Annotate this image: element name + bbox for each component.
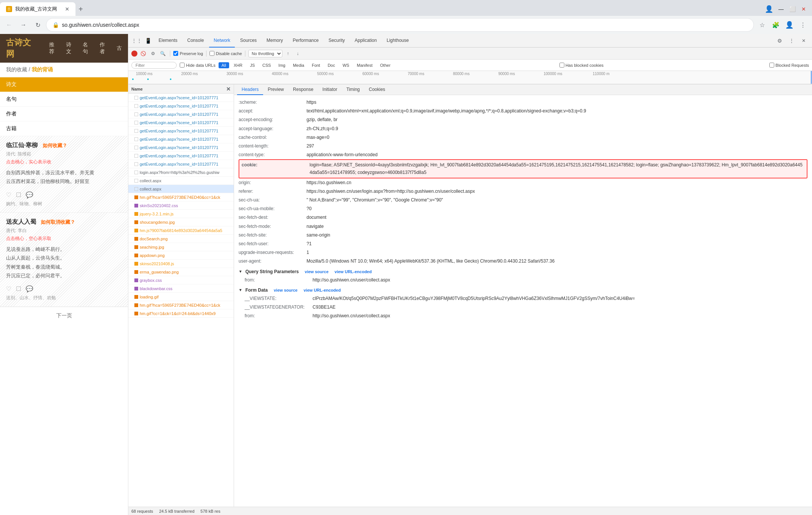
request-item-5[interactable]: getEventLogin.aspx?scene_id=101207771 <box>128 127 234 135</box>
request-item-9[interactable]: getEventLogin.aspx?scene_id=101207771 <box>128 160 234 168</box>
export-icon[interactable]: ↑ <box>284 49 292 58</box>
profile-icon[interactable]: 👤 <box>763 3 775 15</box>
tab-close-button[interactable]: ✕ <box>65 6 69 12</box>
query-string-toggle[interactable]: ▼ <box>239 269 242 274</box>
has-blocked-cookies-checkbox[interactable] <box>559 63 564 68</box>
like-icon-2[interactable]: ♡ <box>6 285 11 292</box>
request-item-skinso-js[interactable]: skinso20210408.js <box>128 260 234 268</box>
like-icon-1[interactable]: ♡ <box>6 191 11 198</box>
filter-input[interactable] <box>131 62 177 69</box>
filter-tag-img[interactable]: Img <box>276 62 288 68</box>
request-item-hm-gif2[interactable]: hm.gif?hca=5965F273BE74ED40&cc=1&ck <box>128 301 234 309</box>
blocked-requests-label[interactable]: Blocked Requests <box>769 63 809 68</box>
detail-tab-timing[interactable]: Timing <box>342 85 364 95</box>
devtools-tab-sources[interactable]: Sources <box>236 34 261 48</box>
import-icon[interactable]: ↓ <box>294 49 302 58</box>
extensions-icon[interactable]: 🧩 <box>770 19 782 31</box>
new-tab-button[interactable]: + <box>75 5 86 13</box>
site-nav-gujing[interactable]: 古 <box>117 45 122 52</box>
request-item-collect2[interactable]: collect.aspx <box>128 185 234 193</box>
devtools-tab-network[interactable]: Network <box>209 34 235 48</box>
request-item-blackdownbar[interactable]: blackdownbar.css <box>128 284 234 293</box>
preserve-log-checkbox[interactable] <box>173 51 178 56</box>
disable-cache-checkbox[interactable] <box>210 51 214 56</box>
detail-tab-headers[interactable]: Headers <box>237 85 263 95</box>
request-item-7[interactable]: getEventLogin.aspx?scene_id=101207771 <box>128 143 234 152</box>
filter-tag-js[interactable]: JS <box>247 62 258 68</box>
url-bar[interactable]: 🔒 so.gushiwen.cn/user/collect.aspx <box>46 18 754 32</box>
request-item-hm-gif[interactable]: hm.gif?hca=5965F273BE74ED40&cc=1&ck <box>128 193 234 201</box>
devtools-device-icon[interactable]: 📱 <box>143 35 153 46</box>
collect-hint-1[interactable]: 点击桃心，实心表示收 <box>6 159 122 165</box>
request-item-shoucang[interactable]: shoucangdemo.jpg <box>128 218 234 226</box>
close-button[interactable]: ✕ <box>798 4 809 14</box>
devtools-dock-icon[interactable]: ⋮⋮ <box>131 35 142 46</box>
request-item-8[interactable]: getEventLogin.aspx?scene_id=101207771 <box>128 152 234 160</box>
search-icon[interactable]: 🔍 <box>159 49 167 58</box>
maximize-button[interactable]: ⬜ <box>787 4 798 14</box>
devtools-tab-console[interactable]: Console <box>183 34 208 48</box>
sidebar-item-zuozhe[interactable]: 作者 <box>0 107 128 121</box>
devtools-tab-security[interactable]: Security <box>324 34 349 48</box>
devtools-tab-memory[interactable]: Memory <box>262 34 287 48</box>
disable-cache-label[interactable]: Disable cache <box>210 51 242 56</box>
filter-tag-font[interactable]: Font <box>309 62 323 68</box>
site-nav-shiwen[interactable]: 诗文 <box>66 42 75 55</box>
filter-tag-all[interactable]: All <box>219 62 229 68</box>
blocked-requests-checkbox[interactable] <box>769 63 774 68</box>
sidebar-item-shiwen[interactable]: 诗文 <box>0 77 128 92</box>
filter-tag-ws[interactable]: WS <box>339 62 352 68</box>
devtools-close-icon[interactable]: ✕ <box>798 35 809 46</box>
has-blocked-cookies-label[interactable]: Has blocked cookies <box>559 63 604 68</box>
filter-tag-xhr[interactable]: XHR <box>231 62 245 68</box>
devtools-settings-icon[interactable]: ⚙ <box>774 35 785 46</box>
request-item-1[interactable]: getEventLogin.aspx?scene_id=101207771 <box>128 94 234 102</box>
back-button[interactable]: ← <box>3 19 15 31</box>
request-item-3[interactable]: getEventLogin.aspx?scene_id=101207771 <box>128 110 234 118</box>
collect-btn-2[interactable]: 如何取消收藏？ <box>41 219 75 225</box>
request-item-skin-css[interactable]: skinSo20210402.css <box>128 201 234 210</box>
next-page-button[interactable]: 下一页 <box>0 307 128 324</box>
active-tab[interactable]: 古 我的收藏_古诗文网 ✕ <box>0 2 75 16</box>
filter-tag-css[interactable]: CSS <box>259 62 274 68</box>
minimize-button[interactable]: — <box>776 4 786 14</box>
request-item-docsearch[interactable]: docSearch.png <box>128 235 234 243</box>
request-item-6[interactable]: getEventLogin.aspx?scene_id=101207771 <box>128 135 234 143</box>
request-item-loading[interactable]: loading.gif <box>128 293 234 301</box>
profile-avatar[interactable]: 👤 <box>783 19 795 31</box>
close-panel-button[interactable]: ✕ <box>226 86 231 92</box>
request-item-collect1[interactable]: collect.aspx <box>128 177 234 185</box>
hide-data-urls-checkbox[interactable] <box>180 63 185 68</box>
query-view-source-link[interactable]: view source <box>305 269 328 274</box>
devtools-tab-lighthouse[interactable]: Lighthouse <box>382 34 413 48</box>
sidebar-item-gujing[interactable]: 古籍 <box>0 121 128 136</box>
bookmark-star-icon[interactable]: ☆ <box>756 19 768 31</box>
request-item-seach[interactable]: seachimg.jpg <box>128 243 234 251</box>
request-item-appdown[interactable]: appdown.png <box>128 251 234 260</box>
site-nav-tuijian[interactable]: 推荐 <box>49 42 59 55</box>
detail-tab-response[interactable]: Response <box>288 85 318 95</box>
reload-button[interactable]: ↻ <box>32 19 44 31</box>
filter-tag-doc[interactable]: Doc <box>325 62 338 68</box>
sidebar-item-mingju[interactable]: 名句 <box>0 92 128 107</box>
request-item-hm-js[interactable]: hm.js?9007fab6814e892d3020a64454da5a5 <box>128 226 234 235</box>
request-item-jquery[interactable]: jquery-3.2.1.min.js <box>128 210 234 218</box>
form-view-url-link[interactable]: view URL-encoded <box>304 288 341 292</box>
filter-tag-other[interactable]: Other <box>377 62 394 68</box>
request-item-hm-gif3[interactable]: hm.gif?cc=1&ck=1&cl=24-bit&ds=1440x9 <box>128 309 234 318</box>
form-view-source-link[interactable]: view source <box>274 288 297 292</box>
detail-tab-initiator[interactable]: Initiator <box>318 85 342 95</box>
record-button[interactable] <box>131 51 137 57</box>
clear-button[interactable]: 🚫 <box>139 49 147 58</box>
devtools-tab-application[interactable]: Application <box>350 34 382 48</box>
filter-tag-media[interactable]: Media <box>290 62 307 68</box>
filter-settings-icon[interactable]: ⚙ <box>149 49 157 58</box>
request-item-2[interactable]: getEventLogin.aspx?scene_id=101207771 <box>128 102 234 110</box>
preserve-log-label[interactable]: Preserve log <box>173 51 203 56</box>
site-nav-zuozhe[interactable]: 作者 <box>100 42 109 55</box>
hide-data-urls-label[interactable]: Hide data URLs <box>180 63 216 68</box>
browser-menu-icon[interactable]: ⋮ <box>797 19 809 31</box>
devtools-more-icon[interactable]: ⋮ <box>786 35 797 46</box>
site-nav-mingju[interactable]: 名句 <box>83 42 92 55</box>
breadcrumb-root[interactable]: 我的收藏 <box>6 66 27 72</box>
